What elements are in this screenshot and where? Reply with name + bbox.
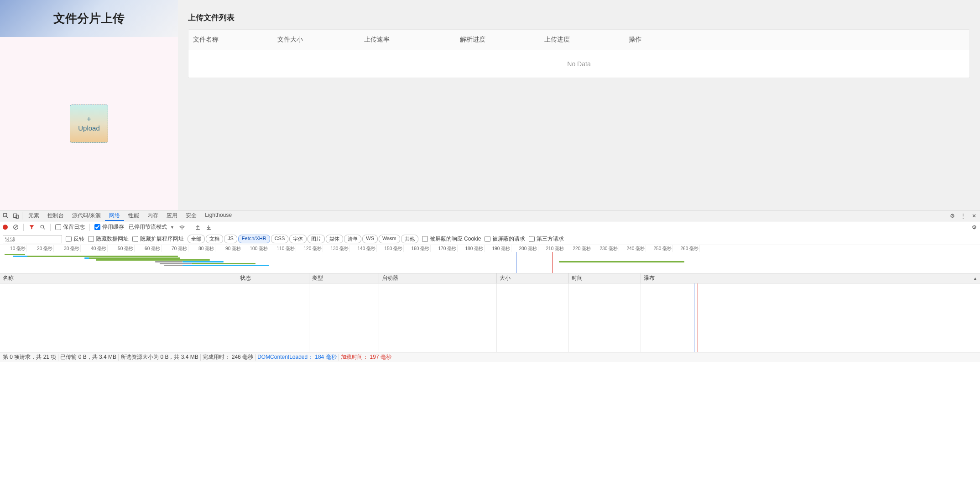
- sidebar-body: + Upload: [0, 37, 178, 210]
- tabs-container: 元素控制台源代码/来源网络性能内存应用安全Lighthouse: [24, 210, 236, 221]
- overview-bar: [164, 265, 182, 266]
- svg-line-4: [14, 226, 17, 229]
- timeline-tick: 50 毫秒: [108, 245, 135, 252]
- search-icon[interactable]: [39, 224, 46, 231]
- load-marker: [698, 283, 698, 352]
- more-vertical-icon[interactable]: ⋮: [959, 212, 967, 220]
- type-filter-pill[interactable]: 清单: [344, 235, 361, 243]
- timeline-tick: 90 毫秒: [215, 245, 242, 252]
- wifi-icon[interactable]: [179, 224, 185, 231]
- overview-bar: [182, 261, 224, 262]
- svg-rect-2: [16, 215, 18, 218]
- type-filter-pill[interactable]: 媒体: [326, 235, 343, 243]
- timeline-tick: 10 毫秒: [0, 245, 27, 252]
- overview-bar: [192, 263, 255, 264]
- header-status[interactable]: 状态: [237, 273, 309, 283]
- header-name[interactable]: 名称: [0, 273, 237, 283]
- network-overview[interactable]: 10 毫秒20 毫秒30 毫秒40 毫秒50 毫秒60 毫秒70 毫秒80 毫秒…: [0, 245, 980, 273]
- download-icon[interactable]: [206, 224, 212, 231]
- request-table-body: [0, 283, 980, 352]
- devtools-tab[interactable]: Lighthouse: [201, 210, 236, 221]
- invert-checkbox[interactable]: 反转: [66, 235, 84, 243]
- network-settings-gear-icon[interactable]: ⚙: [971, 224, 977, 231]
- filter-icon[interactable]: [28, 224, 35, 231]
- overview-bar: [559, 261, 684, 262]
- upload-button[interactable]: + Upload: [70, 105, 108, 143]
- type-filter-pill[interactable]: Wasm: [379, 235, 400, 243]
- devtools-tab[interactable]: 源代码/来源: [68, 210, 105, 221]
- header-type[interactable]: 类型: [309, 273, 379, 283]
- file-table: 文件名称 文件大小 上传速率 解析进度 上传进度 操作 No Data: [188, 29, 970, 78]
- type-filter-pill[interactable]: 文档: [206, 235, 223, 243]
- type-filter-pill[interactable]: 全部: [188, 235, 205, 243]
- disable-cache-input[interactable]: [94, 224, 100, 230]
- type-filter-pill[interactable]: 其他: [401, 235, 418, 243]
- file-upload-app: 文件分片上传 + Upload 上传文件列表 文件名称 文件大小 上传速率 解析…: [0, 0, 980, 210]
- devtools-tab[interactable]: 元素: [24, 210, 43, 221]
- disable-cache-label: 停用缓存: [102, 223, 124, 231]
- third-party-checkbox[interactable]: 第三方请求: [529, 235, 564, 243]
- filter-input[interactable]: [3, 235, 62, 243]
- timeline-tick: 40 毫秒: [81, 245, 108, 252]
- settings-gear-icon[interactable]: ⚙: [948, 212, 956, 220]
- preserve-log-input[interactable]: [55, 224, 61, 230]
- blocked-cookie-checkbox[interactable]: 被屏蔽的响应 Cookie: [422, 235, 481, 243]
- timeline-tick: 190 毫秒: [485, 245, 511, 252]
- divider: [190, 224, 190, 231]
- devtools-tab[interactable]: 控制台: [43, 210, 68, 221]
- svg-line-6: [43, 228, 45, 229]
- overview-bar: [5, 254, 25, 255]
- type-filter-pill[interactable]: Fetch/XHR: [238, 235, 270, 243]
- hide-data-urls-checkbox[interactable]: 隐藏数据网址: [88, 235, 129, 243]
- clear-icon[interactable]: [12, 224, 19, 231]
- status-requests: 第 0 项请求，共 21 项: [3, 353, 56, 361]
- type-filter-pill[interactable]: 字体: [289, 235, 307, 243]
- timeline-tick: 80 毫秒: [188, 245, 215, 252]
- type-filter-pill[interactable]: 图片: [308, 235, 325, 243]
- timeline-waterfall: [0, 252, 980, 273]
- divider: [50, 224, 51, 231]
- throttling-select[interactable]: 已停用节流模式: [129, 223, 167, 231]
- sidebar-header: 文件分片上传: [0, 0, 178, 37]
- timeline-tick: 230 毫秒: [592, 245, 619, 252]
- disable-cache-checkbox[interactable]: 停用缓存: [94, 223, 124, 231]
- network-status-bar: 第 0 项请求，共 21 项 已传输 0 B，共 3.4 MB 所选资源大小为 …: [0, 352, 980, 362]
- timeline-tick: 150 毫秒: [377, 245, 404, 252]
- timeline-tick: 260 毫秒: [673, 245, 700, 252]
- timeline-tick: 120 毫秒: [296, 245, 323, 252]
- close-icon[interactable]: ✕: [970, 212, 978, 220]
- overview-marker: [552, 252, 553, 273]
- devtools-panel: 元素控制台源代码/来源网络性能内存应用安全Lighthouse ⚙ ⋮ ✕ 保留…: [0, 210, 980, 362]
- devtools-tab[interactable]: 性能: [124, 210, 143, 221]
- device-toolbar-icon[interactable]: [12, 212, 20, 220]
- devtools-tab[interactable]: 内存: [143, 210, 162, 221]
- type-filter-pill[interactable]: CSS: [271, 235, 289, 243]
- svg-rect-1: [14, 214, 17, 217]
- table-empty-text: No Data: [188, 50, 970, 78]
- devtools-tab[interactable]: 安全: [182, 210, 201, 221]
- inspect-icon[interactable]: [2, 212, 10, 220]
- type-filter-pill[interactable]: JS: [224, 235, 237, 243]
- hide-ext-urls-checkbox[interactable]: 隐藏扩展程序网址: [132, 235, 184, 243]
- divider: [23, 224, 24, 231]
- header-time[interactable]: 时间: [569, 273, 641, 283]
- header-size[interactable]: 大小: [497, 273, 569, 283]
- request-table-header: 名称 状态 类型 启动器 大小 时间 瀑布 ▲: [0, 273, 980, 283]
- devtools-tab[interactable]: 网络: [105, 210, 124, 221]
- timeline-tick: 130 毫秒: [323, 245, 350, 252]
- devtools-tab[interactable]: 应用: [162, 210, 182, 221]
- status-load-value: 197 毫秒: [370, 353, 391, 361]
- divider: [89, 224, 90, 231]
- type-filter-group: 全部文档JSFetch/XHRCSS字体图片媒体清单WSWasm其他: [188, 235, 418, 243]
- blocked-requests-checkbox[interactable]: 被屏蔽的请求: [485, 235, 525, 243]
- timeline-tick: 110 毫秒: [269, 245, 296, 252]
- timeline-tick: 200 毫秒: [511, 245, 538, 252]
- preserve-log-checkbox[interactable]: 保留日志: [55, 223, 85, 231]
- record-button[interactable]: [3, 225, 8, 230]
- upload-icon[interactable]: [195, 224, 201, 231]
- status-load-label: 加载时间：: [341, 353, 368, 361]
- type-filter-pill[interactable]: WS: [362, 235, 378, 243]
- header-waterfall[interactable]: 瀑布 ▲: [641, 273, 980, 283]
- header-initiator[interactable]: 启动器: [379, 273, 497, 283]
- col-speed: 上传速率: [360, 30, 455, 50]
